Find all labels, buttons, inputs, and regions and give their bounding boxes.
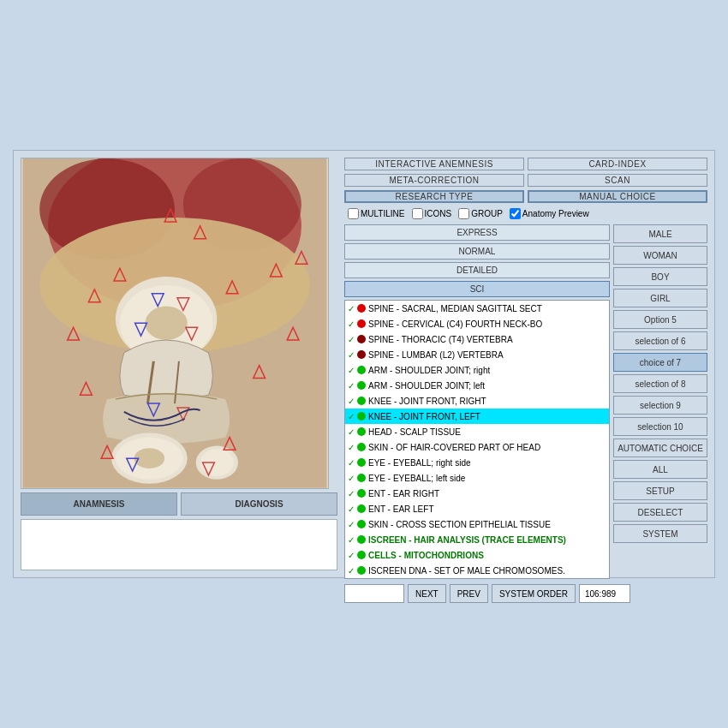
multiline-checkbox[interactable]	[348, 208, 359, 219]
automatic-choice-btn[interactable]: AUTOMATIC CHOICE	[613, 439, 707, 457]
next-btn[interactable]: NEXT	[408, 584, 446, 603]
detailed-btn[interactable]: DETAILED	[344, 262, 610, 278]
check-icon: ✓	[348, 319, 355, 329]
list-item[interactable]: ✓ ENT - EAR RIGHT	[345, 486, 609, 501]
status-dot	[357, 566, 366, 575]
deselect-btn[interactable]: DESELECT	[613, 503, 707, 522]
group-checkbox[interactable]	[458, 208, 469, 219]
manual-choice-btn[interactable]: MANUAL CHOICE	[528, 190, 707, 203]
anatomy-preview-checkbox[interactable]	[510, 208, 521, 219]
status-dot	[357, 535, 366, 544]
main-container: ANAMNESIS DIAGNOSIS INTERACTIVE ANEMNESI…	[0, 0, 728, 728]
status-dot	[357, 489, 366, 498]
selection9-btn[interactable]: selection 9	[613, 396, 707, 415]
card-index-btn[interactable]: CARD-INDEX	[528, 158, 707, 170]
item-label: SPINE - LUMBAR (L2) VERTEBRA	[368, 350, 504, 360]
check-icon: ✓	[348, 489, 355, 498]
diagnosis-tab[interactable]: DIAGNOSIS	[181, 492, 337, 516]
list-item[interactable]: ✓ EYE - EYEBALL; right side	[345, 455, 609, 470]
status-dot	[357, 319, 366, 328]
item-label: ENT - EAR LEFT	[368, 504, 434, 514]
check-icon: ✓	[348, 535, 355, 545]
option5-btn[interactable]: Option 5	[613, 310, 707, 329]
items-list[interactable]: ✓ SPINE - SACRAL, MEDIAN SAGITTAL SECT ✓…	[344, 300, 610, 579]
list-item[interactable]: ✓ ARM - SHOULDER JOINT; left	[345, 378, 609, 393]
item-label: ARM - SHOULDER JOINT; right	[368, 366, 490, 375]
selection6-btn[interactable]: selection of 6	[613, 331, 707, 350]
selection10-btn[interactable]: selection 10	[613, 417, 707, 436]
system-btn[interactable]: SYSTEM	[613, 524, 707, 543]
item-label: EYE - EYEBALL; right side	[368, 458, 471, 468]
check-icon: ✓	[348, 504, 355, 514]
list-item[interactable]: ✓ ISCREEN - HAIR ANALYSIS (TRACE ELEMENT…	[345, 532, 609, 547]
choice7-btn[interactable]: choice of 7	[613, 353, 707, 372]
list-item[interactable]: ✓ SPINE - THORACIC (T4) VERTEBRA	[345, 331, 609, 347]
list-item[interactable]: ✓ SKIN - OF HAIR-COVERED PART OF HEAD	[345, 439, 609, 455]
status-dot	[357, 381, 366, 390]
check-icon: ✓	[348, 381, 355, 391]
anamnesis-tab[interactable]: ANAMNESIS	[21, 492, 177, 516]
list-panel: EXPRESS NORMAL DETAILED SCI ✓ SPINE - SA…	[344, 224, 610, 579]
item-label: HEAD - SCALP TISSUE	[368, 427, 461, 437]
check-icon: ✓	[348, 458, 355, 468]
list-item[interactable]: ✓ SPINE - CERVICAL (C4) FOURTH NECK-BO	[345, 316, 609, 331]
multiline-text: MULTILINE	[361, 209, 405, 218]
list-item[interactable]: ✓ ISCREEN DNA - SET OF MALE CHROMOSOMES.	[345, 563, 609, 578]
list-item[interactable]: ✓ SPINE - LUMBAR (L2) VERTEBRA	[345, 347, 609, 362]
express-buttons: EXPRESS NORMAL DETAILED SCI	[344, 224, 610, 297]
group-text: GROUP	[471, 209, 503, 218]
status-dot	[357, 304, 366, 313]
item-label: SKIN - OF HAIR-COVERED PART OF HEAD	[368, 443, 540, 452]
setup-btn[interactable]: SETUP	[613, 481, 707, 500]
item-label: ENT - EAR RIGHT	[368, 489, 439, 498]
list-item[interactable]: ✓ SPINE - SACRAL, MEDIAN SAGITTAL SECT	[345, 301, 609, 316]
right-panel: INTERACTIVE ANEMNESIS CARD-INDEX META-CO…	[344, 158, 707, 570]
sci-btn[interactable]: SCI	[344, 281, 610, 297]
interactive-anemnesis-btn[interactable]: INTERACTIVE ANEMNESIS	[344, 158, 524, 170]
status-dot	[357, 551, 366, 559]
express-btn[interactable]: EXPRESS	[344, 224, 610, 241]
item-label: KNEE - JOINT FRONT, LEFT	[368, 412, 480, 421]
icons-label[interactable]: ICONS	[412, 208, 452, 219]
girl-btn[interactable]: GIRL	[613, 289, 707, 307]
system-order-btn[interactable]: SYSTEM ORDER	[492, 584, 576, 603]
text-area	[21, 519, 337, 570]
check-icon: ✓	[348, 520, 355, 529]
icons-text: ICONS	[425, 209, 452, 218]
list-item[interactable]: ✓ KNEE - JOINT FRONT, RIGHT	[345, 393, 609, 409]
list-item[interactable]: ✓ EYE - EYEBALL; left side	[345, 470, 609, 486]
status-dot	[357, 474, 366, 482]
list-item[interactable]: ✓ ENT - EAR LEFT	[345, 501, 609, 516]
list-item[interactable]: ✓ CELLS - MITOCHONDRIONS	[345, 547, 609, 563]
normal-btn[interactable]: NORMAL	[344, 243, 610, 260]
status-dot	[357, 458, 366, 467]
status-dot	[357, 504, 366, 513]
all-btn[interactable]: ALL	[613, 460, 707, 479]
list-item[interactable]: ✓ SKIN - CROSS SECTION EPITHELIAL TISSUE	[345, 516, 609, 532]
prev-btn[interactable]: PREV	[450, 584, 488, 603]
woman-btn[interactable]: WOMAN	[613, 246, 707, 265]
list-item[interactable]: ✓ HEAD - SCALP TISSUE	[345, 424, 609, 439]
check-icon: ✓	[348, 350, 355, 360]
icons-checkbox[interactable]	[412, 208, 423, 219]
status-dot	[357, 366, 366, 374]
checkboxes-row: MULTILINE ICONS GROUP Anatomy Preview	[344, 206, 707, 221]
multiline-label[interactable]: MULTILINE	[348, 208, 405, 219]
status-dot	[357, 397, 366, 405]
meta-correction-btn[interactable]: META-CORRECTION	[344, 174, 524, 187]
male-btn[interactable]: MALE	[613, 224, 707, 243]
group-label[interactable]: GROUP	[458, 208, 503, 219]
list-item[interactable]: ✓ ARM - SHOULDER JOINT; right	[345, 362, 609, 378]
check-icon: ✓	[348, 566, 355, 576]
item-label: ISCREEN DNA - SET OF MALE CHROMOSOMES.	[368, 566, 565, 576]
list-item-selected[interactable]: ✓ KNEE - JOINT FRONT, LEFT	[345, 409, 609, 424]
status-dot	[357, 335, 366, 343]
check-icon: ✓	[348, 412, 355, 421]
anatomy-preview-label[interactable]: Anatomy Preview	[510, 208, 589, 219]
check-icon: ✓	[348, 427, 355, 437]
boy-btn[interactable]: BOY	[613, 267, 707, 286]
research-type-btn[interactable]: RESEARCH TYPE	[344, 190, 524, 203]
bottom-input[interactable]	[344, 584, 404, 603]
scan-btn[interactable]: SCAN	[528, 174, 707, 187]
selection8-btn[interactable]: selection of 8	[613, 374, 707, 393]
